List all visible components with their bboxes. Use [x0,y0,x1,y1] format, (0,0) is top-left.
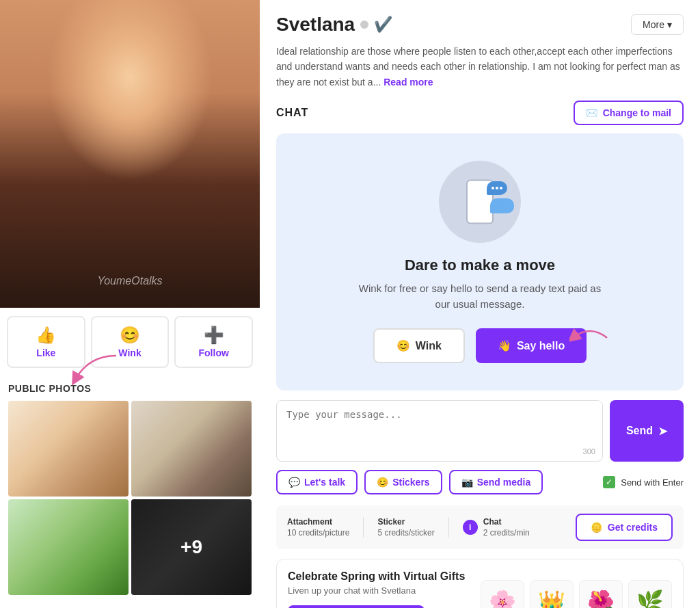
profile-name: Svetlana [276,14,355,36]
divider-2 [448,517,449,538]
message-input-area: 300 Send ➤ [276,400,684,462]
lets-talk-icon: 💬 [288,477,300,488]
info-icon: i [463,520,478,535]
chat-action-row: 💬 Let's talk 😊 Stickers 📷 Send media ✓ S… [276,470,684,494]
action-buttons-row: 👍 Like 😊 Wink ➕ Follow [0,308,260,376]
like-button[interactable]: 👍 Like [7,316,85,368]
profile-photo: YoumeOtalks [0,0,260,308]
choose-virtual-gift-button[interactable]: 🎁 Choose Virtual Gift [288,605,425,608]
chat-illustration [439,161,521,243]
profile-bio: Ideal relationship are those where peopl… [276,44,684,90]
say-hello-icon: 👋 [498,339,511,352]
chat-header: CHAT ✉️ Change to mail [276,101,684,125]
stickers-icon: 😊 [377,477,388,488]
message-textarea-wrap: 300 [276,400,603,462]
photo-thumb-1[interactable] [8,401,129,497]
gift-thumb-3[interactable]: 🌺 [579,580,623,608]
chat-credits: i Chat 2 credits/min [463,517,530,538]
more-label: More [643,19,664,30]
phone-icon [456,178,504,226]
gift-thumb-2[interactable]: 👑 [530,580,574,608]
photo-thumb-3[interactable] [8,499,129,595]
follow-label: Follow [199,347,229,358]
verified-badge-icon: ✔️ [374,16,392,34]
lets-talk-button[interactable]: 💬 Let's talk [276,470,358,494]
send-with-enter-toggle[interactable]: ✓ Send with Enter [603,476,684,488]
attachment-credits: Attachment 10 credits/picture [287,517,349,538]
message-input[interactable] [286,409,593,450]
public-photos-section: PUBLIC PHOTOS +9 [0,376,260,602]
wink-label: Wink [118,347,141,358]
divider-1 [363,517,364,538]
change-to-mail-button[interactable]: ✉️ Change to mail [574,101,684,125]
photo-count-overlay: +9 [131,499,252,595]
like-label: Like [36,347,55,358]
cta-buttons-wrap: 😊 Wink 👋 Say hello [373,312,587,363]
dare-subtitle: Wink for free or say hello to send a rea… [357,281,603,312]
chat-area: Dare to make a move Wink for free or say… [276,133,684,391]
like-icon: 👍 [36,326,56,345]
public-photos-title: PUBLIC PHOTOS [8,383,252,394]
credits-info-row: Attachment 10 credits/picture Sticker 5 … [276,505,684,549]
gifts-title: Celebrate Spring with Virtual Gifts [288,570,470,583]
profile-header: Svetlana ✔️ More ▾ [276,14,684,36]
send-media-button[interactable]: 📷 Send media [449,470,543,494]
char-count: 300 [583,447,595,455]
virtual-gifts-section: Celebrate Spring with Virtual Gifts Live… [276,559,684,608]
send-button[interactable]: Send ➤ [610,400,684,462]
wink-cta-button[interactable]: 😊 Wink [373,328,465,363]
gift-thumb-1[interactable]: 🌸 [481,580,524,608]
more-chevron-icon: ▾ [667,19,672,30]
say-hello-button[interactable]: 👋 Say hello [476,328,587,363]
wink-icon: 😊 [120,326,140,345]
gifts-left: Celebrate Spring with Virtual Gifts Live… [288,570,470,608]
follow-button[interactable]: ➕ Follow [174,316,253,368]
chat-label: CHAT [276,107,308,119]
stickers-button[interactable]: 😊 Stickers [364,470,442,494]
read-more-link[interactable]: Read more [383,77,433,88]
camera-icon: 📷 [461,477,473,488]
enter-checkbox: ✓ [603,476,615,488]
send-arrow-icon: ➤ [658,425,667,438]
more-button[interactable]: More ▾ [631,14,684,35]
credits-coin-icon: 🪙 [591,522,602,533]
mail-icon: ✉️ [586,107,597,118]
profile-name-row: Svetlana ✔️ [276,14,392,36]
get-credits-button[interactable]: 🪙 Get credits [576,514,673,541]
photo-watermark: YoumeOtalks [97,275,162,287]
gifts-subtitle: Liven up your chat with Svetlana [288,585,470,596]
dare-title: Dare to make a move [405,256,555,274]
gift-thumb-4[interactable]: 🌿 [628,580,672,608]
photos-grid: +9 [8,401,252,595]
sticker-credits: Sticker 5 credits/sticker [377,517,434,538]
photo-thumb-4[interactable]: +9 [131,499,252,595]
cta-buttons: 😊 Wink 👋 Say hello [373,328,587,363]
wink-cta-icon: 😊 [396,339,410,352]
follow-icon: ➕ [204,326,224,345]
photo-thumb-2[interactable] [131,401,252,497]
online-status-dot [360,21,368,29]
gifts-thumbnails: 🌸 👑 🌺 🌿 [481,580,672,608]
wink-button[interactable]: 😊 Wink [91,316,170,368]
